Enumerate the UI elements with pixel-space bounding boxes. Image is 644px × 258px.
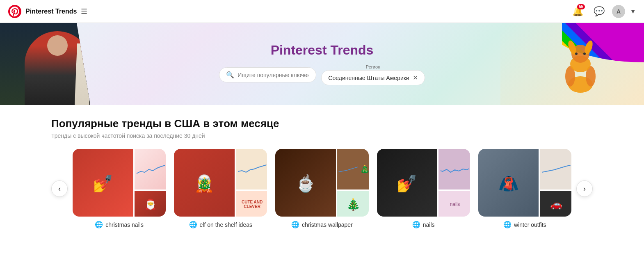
trend-globe-icon: 🌐 — [503, 221, 512, 228]
trend-chart — [438, 163, 470, 176]
trend-bottom-right-image: CUTE AND CLEVER — [236, 191, 267, 217]
trend-card-images: 🍵 🎄 — [275, 149, 368, 217]
trend-bottom-right-image: 🎄 — [337, 191, 369, 217]
trend-card-elf-on-shelf[interactable]: 🧝 CUTE AND CLEVER 🌐 elf on the shelf ide… — [174, 149, 267, 228]
trend-card-images: 🎅 — [73, 149, 166, 217]
avatar-button[interactable]: A — [612, 5, 625, 18]
region-value: Соединенные Штаты Америки — [328, 75, 409, 81]
trend-label: 🌐 winter outfits — [503, 221, 546, 228]
balloon-dog-decoration — [550, 31, 611, 97]
trend-bottom-right-image: 🎅 — [135, 191, 166, 217]
menu-icon[interactable]: ☰ — [81, 7, 87, 16]
trend-label-text: christmas nails — [105, 221, 144, 228]
trend-card-christmas-wallpaper[interactable]: 🍵 🎄 🌐 christmas wallpaper — [275, 149, 368, 228]
notifications-button[interactable]: 🔔 55 — [569, 3, 586, 20]
trend-top-right-image — [438, 149, 470, 190]
carousel-next-button[interactable]: › — [576, 180, 593, 197]
trend-chart — [337, 163, 360, 176]
trend-card-winter-outfits[interactable]: 🧥 🚗 🌐 winter outfits — [478, 149, 571, 228]
header-left: Pinterest Trends ☰ — [8, 5, 87, 18]
trend-card-images: 💅 nails — [377, 149, 470, 217]
messages-button[interactable]: 💬 — [591, 3, 607, 20]
trend-bottom-right-image: nails — [438, 191, 470, 217]
hero-search-box[interactable]: 🔍 — [219, 67, 316, 82]
hero-bg-left — [0, 23, 90, 105]
trend-label-text: elf on the shelf ideas — [200, 221, 252, 228]
trend-main-image: 🧝 — [174, 149, 235, 217]
trend-globe-icon: 🌐 — [189, 221, 197, 228]
pinterest-logo-icon — [8, 5, 21, 18]
search-input[interactable] — [238, 72, 309, 78]
trend-label-text: nails — [423, 221, 435, 228]
hero-banner: Pinterest Trends 🔍 Регион Соединенные Шт… — [0, 23, 644, 105]
trend-top-right-image — [236, 149, 267, 190]
hero-title: Pinterest Trends — [271, 43, 374, 58]
trend-card-images: 🧝 CUTE AND CLEVER — [174, 149, 267, 217]
trend-label: 🌐 nails — [412, 221, 435, 228]
trend-label-text: christmas wallpaper — [302, 221, 353, 228]
trend-card-images: 🧥 🚗 — [478, 149, 571, 217]
search-icon: 🔍 — [226, 71, 234, 79]
trend-bottom-right-image: 🚗 — [540, 191, 571, 217]
svg-point-9 — [583, 53, 586, 55]
trend-card-christmas-nails[interactable]: 🎅 🌐 christmas nails — [73, 149, 166, 228]
trend-globe-icon: 🌐 — [95, 221, 103, 228]
trend-chart — [135, 163, 166, 176]
svg-point-8 — [575, 53, 578, 55]
carousel-prev-button[interactable]: ‹ — [51, 180, 68, 197]
trend-main-image: 💅 — [377, 149, 438, 217]
trend-top-right-image — [337, 149, 369, 190]
main-content: Популярные тренды в США в этом месяце Тр… — [35, 105, 609, 241]
trend-main-image: 🍵 — [275, 149, 336, 217]
trends-carousel: ‹ 🎅 🌐 christmas nails — [51, 149, 593, 228]
trend-label: 🌐 elf on the shelf ideas — [189, 221, 252, 228]
region-label: Регион — [321, 64, 425, 69]
trend-chart — [236, 163, 267, 176]
header-right: 🔔 55 💬 A ▼ — [569, 3, 636, 20]
trend-label: 🌐 christmas wallpaper — [291, 221, 353, 228]
region-clear-icon[interactable]: ✕ — [413, 74, 418, 82]
header: Pinterest Trends ☰ 🔔 55 💬 A ▼ — [0, 0, 644, 23]
trend-label: 🌐 christmas nails — [95, 221, 144, 228]
trend-top-right-image — [540, 149, 571, 190]
trend-globe-icon: 🌐 — [412, 221, 420, 228]
trend-label-text: winter outfits — [514, 221, 546, 228]
trend-main-image: 🧥 — [478, 149, 539, 217]
hero-right-decor — [500, 23, 644, 105]
hero-content: Pinterest Trends 🔍 Регион Соединенные Шт… — [219, 43, 425, 85]
account-menu-chevron[interactable]: ▼ — [630, 8, 636, 15]
header-title: Pinterest Trends — [25, 8, 77, 15]
trend-card-nails[interactable]: 💅 nails 🌐 nails — [377, 149, 470, 228]
section-subtitle: Тренды с высокой частотой поиска за посл… — [51, 132, 593, 139]
carousel-track: 🎅 🌐 christmas nails 🧝 — [73, 149, 571, 228]
region-select[interactable]: Соединенные Штаты Америки ✕ — [321, 70, 425, 85]
notification-badge: 55 — [577, 4, 585, 9]
trend-top-right-image — [135, 149, 166, 190]
hero-search-row: 🔍 Регион Соединенные Штаты Америки ✕ — [219, 64, 425, 85]
trend-chart — [540, 163, 571, 176]
section-title: Популярные тренды в США в этом месяце — [51, 117, 593, 130]
trend-globe-icon: 🌐 — [291, 221, 299, 228]
region-box: Регион Соединенные Штаты Америки ✕ — [321, 64, 425, 85]
trend-main-image — [73, 149, 133, 217]
